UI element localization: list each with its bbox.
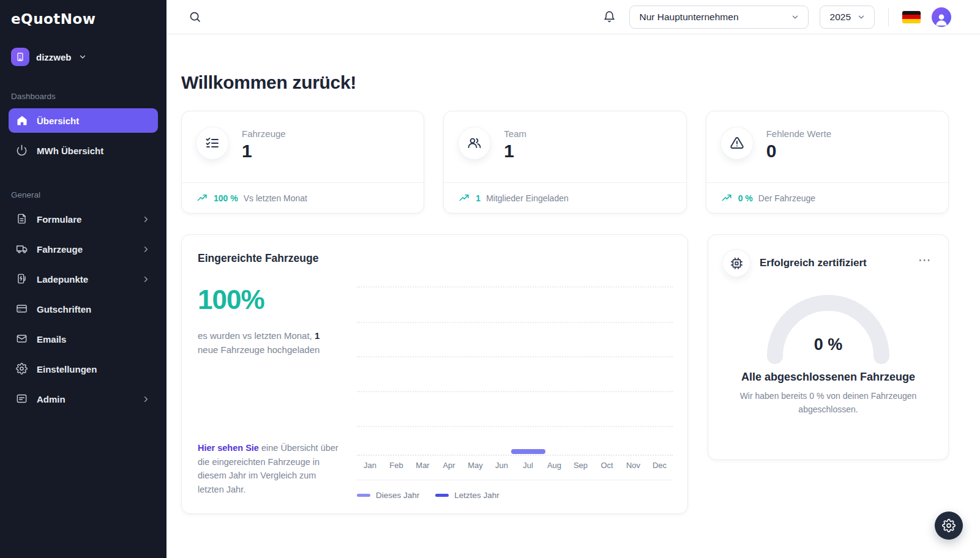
mail-icon [16, 333, 28, 345]
year-select-value: 2025 [830, 12, 851, 23]
chevron-down-icon [791, 13, 799, 21]
stat-footer-highlight: 0 % [738, 193, 753, 203]
stat-footer-text: Vs letzten Monat [244, 193, 307, 203]
stat-value: 1 [242, 141, 286, 162]
chart-subtitle: es wurden vs letzten Monat, 1 neue Fahrz… [198, 329, 341, 357]
sidebar-item-label: Einstellungen [37, 364, 97, 374]
year-select[interactable]: 2025 [820, 6, 875, 29]
search-icon [189, 10, 201, 23]
legend-item-dieses-jahr: Dieses Jahr [357, 491, 419, 500]
gear-icon [16, 363, 28, 375]
gauge-value: 0 % [723, 335, 933, 354]
stat-label: Fahrzeuge [242, 127, 286, 139]
sidebar-section-dashboards: Dashboards [11, 92, 155, 101]
sidebar-item-einstellungen[interactable]: Einstellungen [9, 357, 158, 381]
workspace-name: dizzweb [36, 52, 72, 62]
stat-value: 1 [504, 141, 526, 162]
chip-icon [723, 250, 750, 277]
bell-icon [603, 10, 616, 23]
truck-icon [16, 243, 28, 255]
gauge-subtitle: Alle abgeschlossenen Fahrzeuge [723, 371, 933, 384]
sidebar-item-mwh-uebersicht[interactable]: MWh Übersicht [9, 138, 158, 163]
language-flag-german[interactable] [902, 11, 921, 23]
legend-label: Letztes Jahr [454, 491, 499, 500]
building-icon [15, 52, 25, 62]
trending-up-icon [721, 192, 733, 204]
sidebar-item-emails[interactable]: Emails [9, 327, 158, 351]
sidebar-item-label: Ladepunkte [37, 274, 88, 285]
month-label: Feb [383, 461, 410, 470]
gauge-chart: 0 % [723, 288, 933, 365]
chart-plot-area [357, 270, 673, 456]
stat-footer-highlight: 1 [476, 193, 481, 203]
chevron-right-icon [141, 395, 151, 404]
sidebar-item-label: Admin [37, 394, 65, 404]
gauge-title: Erfolgreich zertifiziert [760, 257, 907, 269]
stat-card-team: Team 1 1 Mitglieder Eingeladen [443, 111, 686, 214]
chart-legend: Dieses Jahr Letztes Jahr [357, 491, 673, 500]
chevron-right-icon [141, 275, 151, 284]
sidebar-item-label: MWh Übersicht [37, 146, 103, 156]
legend-divider [357, 480, 673, 480]
legend-swatch [357, 494, 370, 497]
company-select-value: Nur Hauptunternehmen [640, 12, 739, 23]
sidebar: eQuotNow dizzweb Dashboards Übersicht MW… [0, 0, 166, 558]
chevron-right-icon [141, 215, 151, 224]
notifications-button[interactable] [600, 8, 618, 26]
stat-footer-highlight: 100 % [214, 193, 238, 203]
legend-label: Dieses Jahr [376, 491, 419, 500]
sidebar-item-fahrzeuge[interactable]: Fahrzeuge [9, 237, 158, 261]
sidebar-item-label: Übersicht [37, 116, 79, 126]
month-label: Nov [620, 461, 646, 470]
power-icon [16, 144, 28, 157]
month-label: Jul [515, 461, 541, 470]
chart-bars [357, 270, 673, 456]
sidebar-section-general: General [11, 190, 155, 199]
stat-label: Team [504, 127, 526, 139]
chart-big-percent: 100% [198, 285, 341, 315]
month-label: Mar [410, 461, 436, 470]
sidebar-item-formulare[interactable]: Formulare [9, 207, 158, 231]
company-select[interactable]: Nur Hauptunternehmen [629, 6, 809, 29]
sidebar-item-uebersicht[interactable]: Übersicht [9, 108, 158, 133]
month-label: May [462, 461, 488, 470]
stat-value: 0 [766, 141, 831, 162]
chevron-down-icon [857, 13, 866, 21]
stat-footer-text: Der Fahrzeuge [758, 193, 815, 203]
sidebar-item-gutschriften[interactable]: Gutschriften [9, 297, 158, 321]
month-label: Aug [541, 461, 567, 470]
warning-icon [721, 127, 753, 159]
home-icon [16, 114, 28, 127]
chart-title: Eingereichte Fahrzeuge [198, 252, 673, 265]
person-icon [933, 11, 949, 27]
chart-note: Hier sehen Sie eine Übersicht über die e… [198, 441, 341, 500]
trending-up-icon [196, 192, 208, 204]
stat-label: Fehlende Werte [766, 127, 831, 139]
month-label: Apr [436, 461, 462, 470]
checklist-icon [196, 127, 228, 159]
chart-card: Eingereichte Fahrzeuge 100% es wurden vs… [181, 234, 688, 514]
month-label: Jan [357, 461, 383, 470]
chevron-down-icon [78, 53, 87, 61]
sidebar-item-ladepunkte[interactable]: Ladepunkte [9, 267, 158, 291]
chart-month-labels: JanFebMarAprMayJunJulAugSepOctNovDec [357, 461, 673, 470]
month-label: Oct [594, 461, 620, 470]
legend-swatch [435, 494, 449, 497]
stat-card-fehlende-werte: Fehlende Werte 0 0 % Der Fahrzeuge [706, 111, 949, 214]
trending-up-icon [458, 192, 470, 204]
chevron-right-icon [141, 245, 151, 254]
floating-settings-button[interactable] [935, 511, 963, 540]
admin-panel-icon [16, 393, 28, 405]
main-content: Willkommen zurück! Fahrzeuge 1 100 % Vs … [166, 34, 980, 558]
sidebar-item-admin[interactable]: Admin [9, 387, 158, 411]
topbar-divider [888, 8, 889, 26]
workspace-switcher[interactable]: dizzweb [11, 48, 155, 66]
legend-item-letztes-jahr: Letztes Jahr [435, 491, 499, 500]
app-logo: eQuotNow [9, 11, 158, 27]
user-avatar[interactable] [932, 7, 951, 27]
form-icon [16, 213, 28, 225]
bar-Jul [511, 449, 545, 454]
search-button[interactable] [186, 8, 204, 26]
gauge-menu-button[interactable]: ⋯ [917, 260, 933, 266]
stat-cards-row: Fahrzeuge 1 100 % Vs letzten Monat Te [181, 111, 949, 214]
